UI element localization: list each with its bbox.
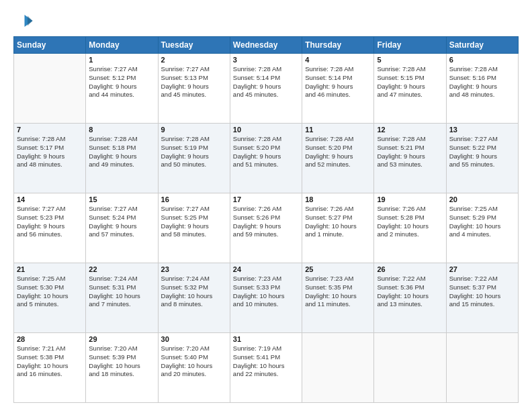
calendar-header-cell: Friday [374,37,446,54]
calendar-cell: 2Sunrise: 7:27 AM Sunset: 5:13 PM Daylig… [158,54,230,124]
day-info: Sunrise: 7:26 AM Sunset: 5:26 PM Dayligh… [233,205,299,239]
day-info: Sunrise: 7:23 AM Sunset: 5:33 PM Dayligh… [233,275,299,309]
day-info: Sunrise: 7:22 AM Sunset: 5:36 PM Dayligh… [377,275,443,309]
calendar-header-cell: Wednesday [230,37,302,54]
calendar-cell [302,333,374,403]
calendar-cell: 20Sunrise: 7:25 AM Sunset: 5:29 PM Dayli… [446,193,518,263]
day-info: Sunrise: 7:27 AM Sunset: 5:12 PM Dayligh… [89,65,154,99]
calendar-cell: 28Sunrise: 7:21 AM Sunset: 5:38 PM Dayli… [14,333,86,403]
calendar-cell: 14Sunrise: 7:27 AM Sunset: 5:23 PM Dayli… [14,193,86,263]
day-number: 3 [233,56,299,64]
page: SundayMondayTuesdayWednesdayThursdayFrid… [0,0,532,411]
calendar-cell: 16Sunrise: 7:27 AM Sunset: 5:25 PM Dayli… [158,193,230,263]
calendar-cell: 12Sunrise: 7:28 AM Sunset: 5:21 PM Dayli… [374,124,446,193]
day-number: 17 [233,195,299,203]
day-info: Sunrise: 7:28 AM Sunset: 5:20 PM Dayligh… [233,135,299,169]
calendar-cell: 21Sunrise: 7:25 AM Sunset: 5:30 PM Dayli… [14,263,86,333]
day-number: 16 [161,195,227,203]
calendar-header-row: SundayMondayTuesdayWednesdayThursdayFrid… [14,37,519,54]
day-number: 5 [377,56,443,64]
calendar-cell: 11Sunrise: 7:28 AM Sunset: 5:20 PM Dayli… [302,124,374,193]
day-number: 31 [233,335,299,343]
calendar-header-cell: Monday [86,37,158,54]
day-number: 11 [305,126,371,134]
calendar-cell: 9Sunrise: 7:28 AM Sunset: 5:19 PM Daylig… [158,124,230,193]
day-number: 10 [233,126,299,134]
calendar-cell: 19Sunrise: 7:26 AM Sunset: 5:28 PM Dayli… [374,193,446,263]
day-info: Sunrise: 7:27 AM Sunset: 5:22 PM Dayligh… [449,135,515,169]
calendar-cell: 27Sunrise: 7:22 AM Sunset: 5:37 PM Dayli… [446,263,518,333]
day-number: 20 [449,195,515,203]
day-number: 29 [89,335,154,343]
day-info: Sunrise: 7:24 AM Sunset: 5:32 PM Dayligh… [161,275,227,309]
day-number: 6 [449,56,515,64]
calendar-week-row: 7Sunrise: 7:28 AM Sunset: 5:17 PM Daylig… [14,124,519,193]
day-number: 1 [89,56,154,64]
calendar-cell: 15Sunrise: 7:27 AM Sunset: 5:24 PM Dayli… [86,193,158,263]
day-number: 28 [17,335,83,343]
calendar-header-cell: Sunday [14,37,86,54]
day-info: Sunrise: 7:28 AM Sunset: 5:14 PM Dayligh… [233,65,299,99]
day-info: Sunrise: 7:26 AM Sunset: 5:28 PM Dayligh… [377,205,443,239]
calendar-cell [374,333,446,403]
calendar-cell [446,333,518,403]
calendar-cell: 31Sunrise: 7:19 AM Sunset: 5:41 PM Dayli… [230,333,302,403]
day-info: Sunrise: 7:27 AM Sunset: 5:13 PM Dayligh… [161,65,227,99]
day-number: 8 [89,126,154,134]
day-info: Sunrise: 7:23 AM Sunset: 5:35 PM Dayligh… [305,275,371,309]
day-info: Sunrise: 7:24 AM Sunset: 5:31 PM Dayligh… [89,275,154,309]
calendar-cell: 30Sunrise: 7:20 AM Sunset: 5:40 PM Dayli… [158,333,230,403]
day-number: 26 [377,265,443,273]
svg-marker-1 [28,16,33,26]
day-number: 22 [89,265,154,273]
day-number: 4 [305,56,371,64]
calendar-header-cell: Tuesday [158,37,230,54]
calendar-cell: 18Sunrise: 7:26 AM Sunset: 5:27 PM Dayli… [302,193,374,263]
day-number: 27 [449,265,515,273]
day-number: 9 [161,126,227,134]
calendar-body: 1Sunrise: 7:27 AM Sunset: 5:12 PM Daylig… [14,54,519,403]
calendar-cell: 3Sunrise: 7:28 AM Sunset: 5:14 PM Daylig… [230,54,302,124]
day-info: Sunrise: 7:27 AM Sunset: 5:23 PM Dayligh… [17,205,83,239]
day-info: Sunrise: 7:25 AM Sunset: 5:29 PM Dayligh… [449,205,515,239]
day-number: 21 [17,265,83,273]
calendar-cell: 29Sunrise: 7:20 AM Sunset: 5:39 PM Dayli… [86,333,158,403]
calendar-cell: 4Sunrise: 7:28 AM Sunset: 5:14 PM Daylig… [302,54,374,124]
day-number: 19 [377,195,443,203]
calendar-week-row: 21Sunrise: 7:25 AM Sunset: 5:30 PM Dayli… [14,263,519,333]
day-info: Sunrise: 7:28 AM Sunset: 5:20 PM Dayligh… [305,135,371,169]
calendar-cell: 26Sunrise: 7:22 AM Sunset: 5:36 PM Dayli… [374,263,446,333]
day-number: 7 [17,126,83,134]
day-number: 15 [89,195,154,203]
day-number: 24 [233,265,299,273]
calendar-week-row: 1Sunrise: 7:27 AM Sunset: 5:12 PM Daylig… [14,54,519,124]
day-info: Sunrise: 7:26 AM Sunset: 5:27 PM Dayligh… [305,205,371,239]
day-info: Sunrise: 7:20 AM Sunset: 5:39 PM Dayligh… [89,345,154,379]
day-info: Sunrise: 7:21 AM Sunset: 5:38 PM Dayligh… [17,345,83,379]
calendar-week-row: 28Sunrise: 7:21 AM Sunset: 5:38 PM Dayli… [14,333,519,403]
day-number: 14 [17,195,83,203]
logo-icon [13,11,34,31]
day-info: Sunrise: 7:27 AM Sunset: 5:24 PM Dayligh… [89,205,154,239]
day-info: Sunrise: 7:22 AM Sunset: 5:37 PM Dayligh… [449,275,515,309]
calendar-cell: 6Sunrise: 7:28 AM Sunset: 5:16 PM Daylig… [446,54,518,124]
logo [13,11,36,31]
calendar-cell: 10Sunrise: 7:28 AM Sunset: 5:20 PM Dayli… [230,124,302,193]
day-info: Sunrise: 7:28 AM Sunset: 5:21 PM Dayligh… [377,135,443,169]
calendar-cell: 7Sunrise: 7:28 AM Sunset: 5:17 PM Daylig… [14,124,86,193]
calendar-table: SundayMondayTuesdayWednesdayThursdayFrid… [13,36,519,403]
calendar-cell: 13Sunrise: 7:27 AM Sunset: 5:22 PM Dayli… [446,124,518,193]
calendar-cell: 1Sunrise: 7:27 AM Sunset: 5:12 PM Daylig… [86,54,158,124]
calendar-week-row: 14Sunrise: 7:27 AM Sunset: 5:23 PM Dayli… [14,193,519,263]
header [13,11,519,31]
day-number: 30 [161,335,227,343]
day-info: Sunrise: 7:19 AM Sunset: 5:41 PM Dayligh… [233,345,299,379]
day-number: 2 [161,56,227,64]
day-info: Sunrise: 7:28 AM Sunset: 5:19 PM Dayligh… [161,135,227,169]
calendar-cell: 8Sunrise: 7:28 AM Sunset: 5:18 PM Daylig… [86,124,158,193]
day-info: Sunrise: 7:25 AM Sunset: 5:30 PM Dayligh… [17,275,83,309]
day-info: Sunrise: 7:20 AM Sunset: 5:40 PM Dayligh… [161,345,227,379]
day-info: Sunrise: 7:28 AM Sunset: 5:17 PM Dayligh… [17,135,83,169]
day-info: Sunrise: 7:28 AM Sunset: 5:14 PM Dayligh… [305,65,371,99]
calendar-cell: 25Sunrise: 7:23 AM Sunset: 5:35 PM Dayli… [302,263,374,333]
